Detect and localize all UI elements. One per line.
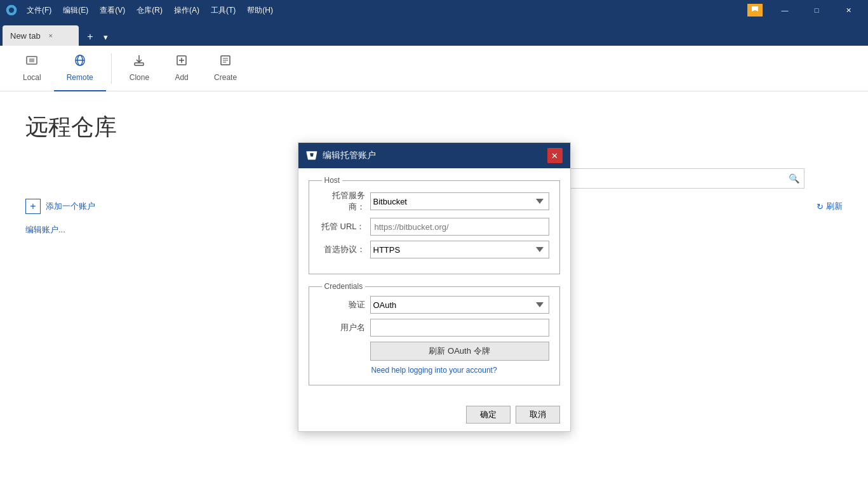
dialog-footer: 确定 取消 (298, 401, 570, 431)
title-bar: 文件(F) 编辑(E) 查看(V) 仓库(R) 操作(A) 工具(T) 帮助(H… (0, 0, 868, 20)
dialog-header: 编辑托管账户 ✕ (298, 143, 570, 168)
dialog-close-button[interactable]: ✕ (547, 148, 563, 163)
host-provider-control: Bitbucket GitHub GitLab Other (370, 192, 549, 210)
tab-dropdown-button[interactable]: ▾ (99, 28, 112, 46)
menu-file[interactable]: 文件(F) (22, 3, 57, 18)
toolbar-divider (111, 53, 112, 84)
close-button[interactable]: ✕ (834, 0, 863, 20)
menu-help[interactable]: 帮助(H) (242, 3, 278, 18)
clone-icon (132, 53, 146, 70)
menu-tools[interactable]: 工具(T) (206, 3, 241, 18)
username-label: 用户名 (319, 322, 370, 333)
dialog-body: Host 托管服务商： Bitbucket GitHub GitLab Othe… (298, 168, 570, 401)
ok-button[interactable]: 确定 (466, 406, 511, 424)
toolbar-create-label: Create (214, 73, 237, 82)
remote-icon (73, 53, 87, 70)
svg-marker-2 (752, 6, 758, 11)
dialog-overlay: 编辑托管账户 ✕ Host 托管服务商： Bitbucket GitHub (0, 91, 868, 501)
auth-control: OAuth Basic Kerberos (370, 296, 549, 314)
svg-rect-4 (29, 58, 34, 62)
help-login-link[interactable]: Need help logging into your account? (319, 366, 549, 375)
auth-select[interactable]: OAuth Basic Kerberos (370, 296, 549, 314)
host-provider-select[interactable]: Bitbucket GitHub GitLab Other (370, 192, 549, 210)
dialog-header-left: 编辑托管账户 (306, 150, 376, 161)
tab-new[interactable]: New tab × (3, 25, 79, 46)
host-protocol-select[interactable]: HTTPS SSH (370, 241, 549, 258)
maximize-button[interactable]: □ (802, 0, 831, 20)
refresh-token-button[interactable]: 刷新 OAuth 令牌 (370, 342, 549, 361)
host-protocol-control: HTTPS SSH (370, 241, 549, 258)
tab-close-button[interactable]: × (46, 30, 56, 41)
cancel-button[interactable]: 取消 (516, 406, 560, 424)
auth-row: 验证 OAuth Basic Kerberos (319, 296, 549, 314)
menu-view[interactable]: 查看(V) (95, 3, 130, 18)
username-input[interactable] (370, 319, 549, 337)
toolbar-create-button[interactable]: Create (201, 46, 250, 91)
bitbucket-logo-icon (306, 150, 317, 161)
new-tab-button[interactable]: + (81, 28, 99, 46)
menu-edit[interactable]: 编辑(E) (58, 3, 93, 18)
tab-bar: New tab × + ▾ (0, 20, 868, 46)
svg-point-1 (9, 8, 14, 13)
toolbar-clone-button[interactable]: Clone (117, 46, 162, 91)
host-fieldset: Host 托管服务商： Bitbucket GitHub GitLab Othe… (309, 176, 560, 274)
refresh-token-row: 刷新 OAuth 令牌 (319, 342, 549, 361)
main-content: 远程仓库 🔍 + 添加一个账户 ↻ 刷新 编辑账户... 编辑托管账户 (0, 91, 868, 501)
menu-repo[interactable]: 仓库(R) (131, 3, 168, 18)
toolbar: Local Remote Clone Add (0, 46, 868, 91)
toolbar-local-label: Local (23, 73, 41, 82)
host-url-label: 托管 URL： (319, 221, 370, 232)
host-url-control (370, 218, 549, 236)
toolbar-local-button[interactable]: Local (10, 46, 54, 91)
host-url-row: 托管 URL： (319, 218, 549, 236)
refresh-token-control: 刷新 OAuth 令牌 (370, 342, 549, 361)
toolbar-remote-button[interactable]: Remote (54, 46, 106, 91)
toolbar-clone-label: Clone (130, 73, 149, 82)
toolbar-add-label: Add (175, 73, 188, 82)
app-logo-icon (5, 4, 18, 17)
menu-bar: 文件(F) 编辑(E) 查看(V) 仓库(R) 操作(A) 工具(T) 帮助(H… (22, 3, 278, 18)
create-icon (218, 53, 232, 70)
edit-hosting-dialog: 编辑托管账户 ✕ Host 托管服务商： Bitbucket GitHub (298, 142, 571, 432)
host-protocol-label: 首选协议： (319, 244, 370, 255)
host-legend: Host (322, 176, 343, 185)
title-bar-left: 文件(F) 编辑(E) 查看(V) 仓库(R) 操作(A) 工具(T) 帮助(H… (5, 3, 278, 18)
auth-label: 验证 (319, 299, 370, 311)
flag-icon[interactable] (747, 4, 763, 17)
dialog-title: 编辑托管账户 (323, 150, 376, 161)
toolbar-remote-label: Remote (67, 73, 93, 82)
local-icon (25, 53, 39, 70)
toolbar-add-button[interactable]: Add (162, 46, 201, 91)
username-control (370, 319, 549, 337)
svg-rect-7 (135, 63, 144, 65)
add-icon (175, 53, 189, 70)
host-provider-label: 托管服务商： (319, 190, 370, 213)
title-bar-right: — □ ✕ (747, 0, 863, 20)
username-row: 用户名 (319, 319, 549, 337)
host-provider-row: 托管服务商： Bitbucket GitHub GitLab Other (319, 190, 549, 213)
menu-action[interactable]: 操作(A) (169, 3, 204, 18)
host-protocol-row: 首选协议： HTTPS SSH (319, 241, 549, 258)
credentials-legend: Credentials (322, 282, 366, 291)
minimize-button[interactable]: — (770, 0, 799, 20)
host-url-input[interactable] (370, 218, 549, 236)
tab-label: New tab (10, 31, 41, 41)
credentials-fieldset: Credentials 验证 OAuth Basic Kerberos 用户名 (309, 282, 560, 385)
